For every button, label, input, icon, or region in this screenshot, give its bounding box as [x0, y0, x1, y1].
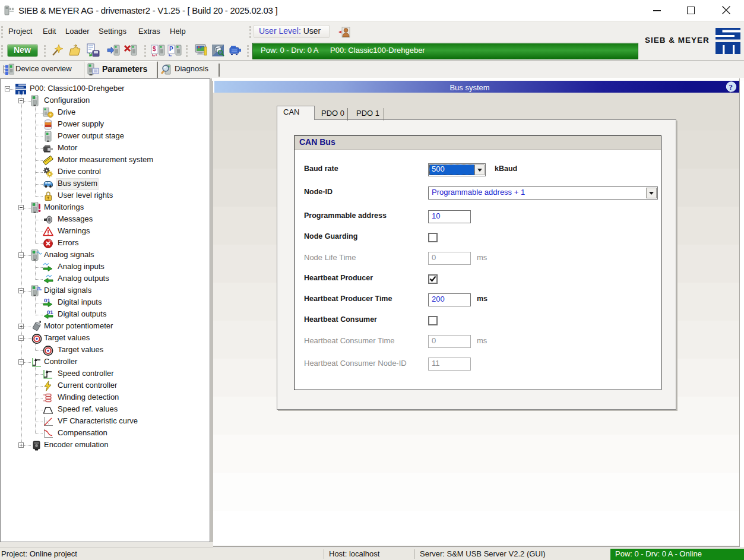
svg-text:$: $	[153, 46, 156, 52]
svg-text:01: 01	[44, 298, 50, 303]
svg-text:P: P	[169, 46, 173, 52]
svg-text:?: ?	[729, 83, 733, 91]
